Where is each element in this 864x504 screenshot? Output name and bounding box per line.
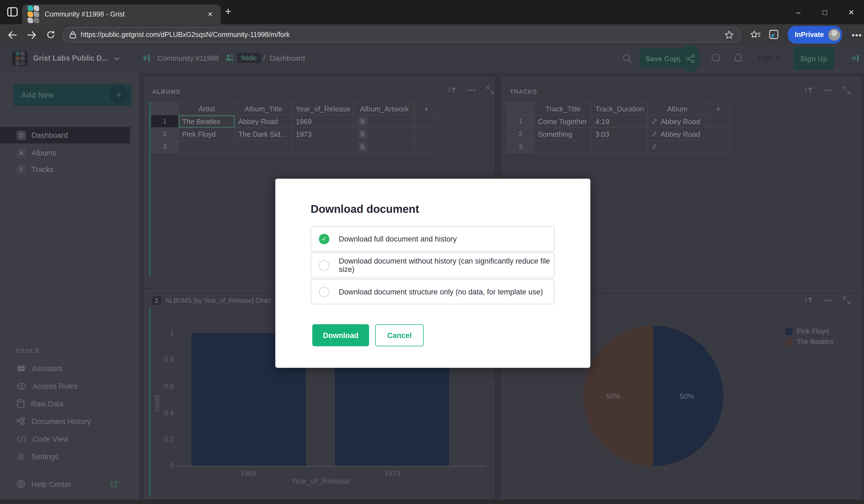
minimize-button[interactable]: – — [790, 4, 807, 21]
favorite-star-icon[interactable] — [724, 30, 734, 39]
breadcrumb-doc-name[interactable]: Community #11998 — [157, 54, 219, 62]
browser-menu-icon[interactable]: ••• — [850, 27, 864, 42]
sidebar-item-code-view[interactable]: Code View — [0, 430, 138, 448]
column-header[interactable]: Track_Duration — [592, 102, 648, 115]
add-new-button[interactable]: Add New + — [13, 84, 131, 106]
close-button[interactable]: ✕ — [843, 4, 860, 21]
search-icon[interactable] — [622, 53, 632, 63]
cell-track-title[interactable] — [535, 140, 592, 153]
column-header[interactable]: Year_of_Release — [292, 102, 354, 115]
radio-icon[interactable] — [319, 286, 329, 297]
cell-album-ref[interactable]: Abbey Road — [648, 115, 707, 128]
ie-mode-icon[interactable]: e — [767, 27, 781, 42]
sidebar-item-dashboard[interactable]: D Dashboard — [0, 127, 130, 143]
bell-icon[interactable] — [734, 52, 743, 63]
panel-menu-icon[interactable]: ••• — [467, 86, 476, 94]
cell-album-ref[interactable]: Abbey Road — [648, 128, 707, 140]
row-number[interactable]: 3 — [151, 140, 179, 153]
expand-icon[interactable] — [486, 86, 494, 94]
cell-empty[interactable] — [707, 115, 730, 128]
sidebar-item-access-rules[interactable]: Access Rules — [0, 377, 138, 395]
row-number[interactable]: 1 — [507, 115, 535, 128]
option-full-document[interactable]: ✓ Download full document and history — [311, 226, 554, 251]
refresh-icon[interactable] — [44, 27, 58, 42]
cell-year[interactable]: 1973 — [292, 128, 354, 140]
tab-actions-icon[interactable] — [7, 6, 18, 18]
sidebar-item-document-history[interactable]: Document History — [0, 413, 138, 430]
add-column-button[interactable]: + — [707, 102, 730, 115]
members-icon[interactable] — [225, 53, 235, 62]
column-header[interactable]: Album — [648, 102, 707, 115]
corner-cell[interactable] — [151, 102, 179, 115]
cancel-button[interactable]: Cancel — [375, 324, 424, 346]
url-bar[interactable]: https://public.getgrist.com/dPLUBxG2sqsN… — [62, 27, 741, 42]
profile-avatar[interactable] — [828, 28, 841, 41]
cell-empty[interactable] — [707, 128, 730, 140]
column-header[interactable]: Album_Title — [235, 102, 292, 115]
cell-duration[interactable]: 4:19 — [592, 115, 648, 128]
browser-tab[interactable]: Community #11998 - Grist ✕ — [22, 4, 221, 24]
cell-duration[interactable] — [592, 140, 648, 153]
cell-year[interactable]: 1969 — [292, 115, 354, 128]
inprivate-badge[interactable]: InPrivate — [788, 26, 842, 44]
cell-empty[interactable] — [707, 140, 730, 153]
row-number[interactable]: 2 — [151, 128, 179, 140]
new-tab-button[interactable]: + — [225, 5, 231, 18]
collapse-left-panel-icon[interactable] — [141, 53, 150, 63]
option-without-history[interactable]: Download document without history (can s… — [311, 253, 554, 278]
panel-menu-icon[interactable]: ••• — [823, 296, 832, 304]
pie-chart[interactable] — [583, 326, 723, 466]
cell-artwork[interactable] — [354, 115, 415, 128]
cell-artwork[interactable] — [354, 128, 415, 140]
cell-artwork[interactable] — [354, 140, 415, 153]
chat-icon[interactable] — [711, 53, 722, 63]
legend-item-the-beatles[interactable]: The Beatles — [785, 338, 833, 346]
column-header[interactable]: Track_Title — [535, 102, 592, 115]
cell-artist[interactable] — [179, 140, 235, 153]
expand-icon[interactable] — [842, 86, 851, 94]
filter-icon[interactable] — [448, 86, 457, 94]
radio-checked-icon[interactable]: ✓ — [319, 234, 329, 244]
column-header[interactable]: Artist — [179, 102, 235, 115]
filter-icon[interactable] — [804, 86, 813, 94]
row-number[interactable]: 3 — [507, 140, 535, 153]
cell-artist[interactable]: Pink Floyd — [179, 128, 235, 140]
favorites-bar-icon[interactable] — [749, 27, 763, 42]
grist-logo[interactable] — [12, 51, 27, 66]
expand-icon[interactable] — [842, 296, 851, 304]
chevron-down-icon[interactable] — [113, 57, 120, 61]
breadcrumb-page-name[interactable]: Dashboard — [270, 54, 305, 62]
row-number[interactable]: 1 — [151, 115, 179, 128]
collapse-right-panel-icon[interactable] — [850, 53, 859, 63]
cell-year[interactable] — [292, 140, 354, 153]
filter-icon[interactable] — [804, 296, 813, 304]
download-button[interactable]: Download — [312, 324, 369, 346]
legend-item-pink-floyd[interactable]: Pink Floyd — [785, 328, 829, 335]
cell-album-ref[interactable] — [648, 140, 707, 153]
cell-empty[interactable] — [415, 140, 438, 153]
sidebar-item-assistant[interactable]: Assistant — [0, 359, 138, 377]
org-name[interactable]: Grist Labs Public D... — [33, 54, 108, 62]
panel-menu-icon[interactable]: ••• — [823, 86, 832, 94]
radio-icon[interactable] — [319, 260, 329, 270]
cell-album-title[interactable]: Abbey Road — [235, 115, 292, 128]
cell-empty[interactable] — [415, 128, 438, 140]
sidebar-item-help-center[interactable]: Help Center — [0, 475, 138, 493]
cell-artist[interactable]: The Beatles — [179, 115, 235, 128]
corner-cell[interactable] — [507, 102, 535, 115]
sign-up-button[interactable]: Sign Up — [793, 47, 834, 70]
sidebar-item-albums[interactable]: A Albums — [0, 145, 130, 161]
sidebar-item-tracks[interactable]: T Tracks — [0, 161, 130, 177]
column-header[interactable]: Album_Artwork — [354, 102, 415, 115]
sidebar-item-raw-data[interactable]: Raw Data — [0, 395, 138, 413]
cell-duration[interactable]: 3:03 — [592, 128, 648, 140]
maximize-button[interactable]: □ — [817, 4, 833, 21]
cell-track-title[interactable]: Something — [535, 128, 592, 140]
forward-icon[interactable] — [25, 27, 39, 42]
tab-close-icon[interactable]: ✕ — [205, 11, 215, 18]
option-structure-only[interactable]: Download document structure only (no dat… — [311, 279, 554, 304]
back-icon[interactable] — [5, 27, 20, 42]
sign-in-link[interactable]: Sign In — [757, 53, 782, 62]
share-icon[interactable] — [680, 45, 700, 72]
cell-empty[interactable] — [415, 115, 438, 128]
